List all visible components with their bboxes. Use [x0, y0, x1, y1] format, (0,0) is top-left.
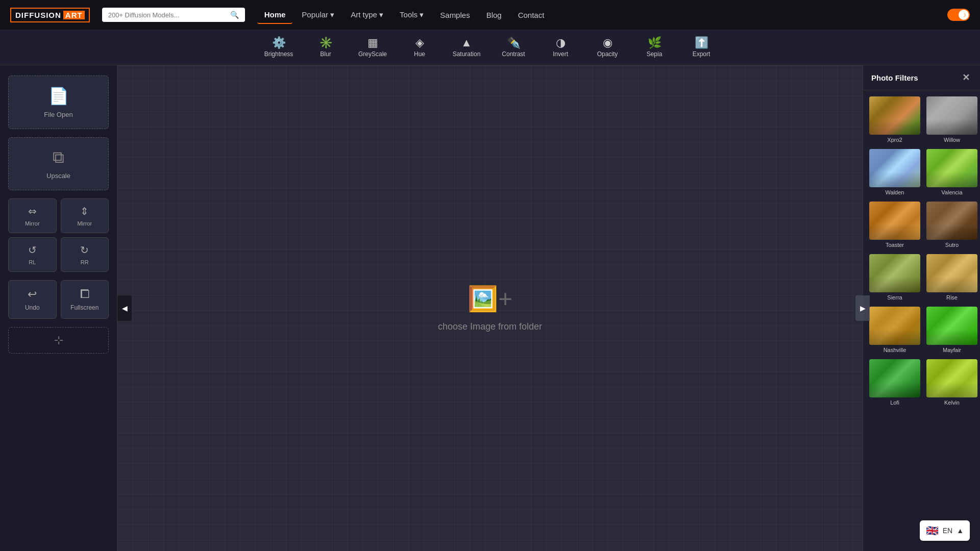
filter-willow[interactable]: Willow: [924, 94, 979, 145]
nav-samples[interactable]: Samples: [433, 7, 477, 23]
file-open-button[interactable]: 📄 File Open: [8, 76, 109, 129]
filters-close-button[interactable]: ✕: [960, 71, 972, 84]
filter-xpro2-thumb: [869, 96, 920, 135]
filter-xpro2[interactable]: Xpro2: [867, 94, 922, 145]
canvas-arrow-left[interactable]: ◀: [117, 295, 132, 321]
filter-toaster[interactable]: Toaster: [867, 199, 922, 250]
upscale-label: Upscale: [46, 172, 70, 180]
filter-lofi-label: Lofi: [890, 399, 899, 406]
toolbar-opacity[interactable]: ◉ Opacity: [592, 37, 623, 58]
contrast-icon: ✒️: [507, 37, 521, 48]
rr-label: RR: [81, 259, 89, 265]
nav-art-type[interactable]: Art type ▾: [344, 6, 390, 23]
sepia-icon: 🌿: [648, 37, 662, 48]
filter-mayfair-thumb: [926, 307, 977, 345]
filter-kelvin-label: Kelvin: [944, 399, 960, 406]
filters-title: Photo Filters: [871, 73, 918, 82]
fullscreen-button[interactable]: ⧠ Fullscreen: [61, 280, 109, 319]
nav-contact[interactable]: Contact: [511, 7, 552, 23]
filters-grid: Xpro2 Willow Walden Valencia Toaster Sut: [863, 90, 980, 412]
crop-button[interactable]: ⊹: [8, 327, 109, 354]
nav-tools[interactable]: Tools ▾: [393, 6, 431, 23]
opacity-label: Opacity: [597, 51, 618, 58]
filter-xpro2-label: Xpro2: [887, 137, 902, 143]
toolbar-saturation[interactable]: ▲ Saturation: [451, 37, 482, 58]
filter-sutro-label: Sutro: [945, 242, 959, 248]
top-navigation: DIFFUSION ART 🔍 Home Popular ▾ Art type …: [0, 0, 980, 30]
filter-kelvin[interactable]: Kelvin: [924, 357, 979, 408]
mirror-v-icon: ⇕: [80, 205, 89, 217]
mirror-v-label: Mirror: [77, 220, 92, 227]
search-bar[interactable]: 🔍: [102, 8, 245, 22]
contrast-label: Contrast: [502, 51, 525, 58]
opacity-icon: ◉: [603, 37, 612, 48]
filter-rise[interactable]: Rise: [924, 252, 979, 303]
toolbar-hue[interactable]: ◈ Hue: [404, 37, 435, 58]
rl-label: RL: [29, 259, 36, 265]
brightness-label: Brightness: [264, 51, 293, 58]
blur-icon: ✳️: [319, 37, 333, 48]
rotate-right-button[interactable]: ↻ RR: [61, 237, 109, 272]
toolbar-blur[interactable]: ✳️ Blur: [310, 37, 341, 58]
filter-valencia[interactable]: Valencia: [924, 147, 979, 197]
search-input[interactable]: [108, 11, 226, 19]
hue-label: Hue: [414, 51, 425, 58]
rotate-right-icon: ↻: [80, 244, 89, 256]
toolbar-sepia[interactable]: 🌿 Sepia: [639, 37, 670, 58]
export-label: Export: [693, 51, 710, 58]
toolbar-invert[interactable]: ◑ Invert: [545, 37, 576, 58]
language-selector[interactable]: 🇬🇧 EN ▲: [920, 520, 970, 541]
image-toolbar: ⚙️ Brightness ✳️ Blur ▦ GreyScale ◈ Hue …: [0, 30, 980, 65]
toolbar-contrast[interactable]: ✒️ Contrast: [498, 37, 529, 58]
filter-sierra-label: Sierra: [887, 294, 902, 300]
file-open-label: File Open: [44, 111, 72, 118]
export-icon: ⬆️: [695, 37, 708, 48]
undo-button[interactable]: ↩ Undo: [8, 280, 57, 319]
dark-mode-toggle[interactable]: ☽: [947, 9, 970, 21]
filter-walden[interactable]: Walden: [867, 147, 922, 197]
filter-nashville-thumb: [869, 307, 920, 345]
toolbar-greyscale[interactable]: ▦ GreyScale: [357, 37, 388, 58]
filter-sierra[interactable]: Sierra: [867, 252, 922, 303]
filter-kelvin-thumb: [926, 359, 977, 397]
filter-toaster-thumb: [869, 202, 920, 240]
canvas-placeholder-text: choose Image from folder: [438, 321, 542, 332]
filter-mayfair-label: Mayfair: [943, 347, 961, 353]
filter-willow-label: Willow: [944, 137, 960, 143]
invert-label: Invert: [553, 51, 568, 58]
filter-lofi-thumb: [869, 359, 920, 397]
filter-mayfair[interactable]: Mayfair: [924, 305, 979, 355]
filter-nashville[interactable]: Nashville: [867, 305, 922, 355]
filter-lofi[interactable]: Lofi: [867, 357, 922, 408]
invert-icon: ◑: [556, 37, 566, 48]
upscale-icon: ⧉: [53, 148, 64, 167]
toggle-knob: ☽: [959, 10, 969, 20]
nav-popular[interactable]: Popular ▾: [295, 6, 341, 23]
saturation-icon: ▲: [461, 37, 472, 48]
filters-header: Photo Filters ✕: [863, 65, 980, 90]
filter-sierra-thumb: [869, 254, 920, 292]
toolbar-export[interactable]: ⬆️ Export: [686, 37, 717, 58]
toolbar-brightness[interactable]: ⚙️ Brightness: [263, 37, 294, 58]
canvas-arrow-right[interactable]: ▶: [855, 295, 870, 321]
rotate-left-icon: ↺: [28, 244, 37, 256]
undo-label: Undo: [25, 304, 40, 311]
canvas-area[interactable]: ◀ 🖼️+ choose Image from folder ▶: [117, 65, 863, 551]
filter-toaster-label: Toaster: [886, 242, 904, 248]
nav-home[interactable]: Home: [257, 6, 293, 24]
filter-sutro[interactable]: Sutro: [924, 199, 979, 250]
file-icon: 📄: [48, 86, 69, 106]
upscale-button[interactable]: ⧉ Upscale: [8, 137, 109, 190]
blur-label: Blur: [320, 51, 331, 58]
nav-links: Home Popular ▾ Art type ▾ Tools ▾ Sample…: [257, 6, 935, 24]
language-code: EN: [943, 527, 952, 535]
mirror-v-button[interactable]: ⇕ Mirror: [61, 198, 109, 233]
action-grid: ↩ Undo ⧠ Fullscreen: [8, 280, 109, 319]
filter-walden-label: Walden: [886, 189, 904, 195]
filter-rise-thumb: [926, 254, 977, 292]
rotate-left-button[interactable]: ↺ RL: [8, 237, 57, 272]
mirror-h-button[interactable]: ⇔ Mirror: [8, 198, 57, 233]
nav-blog[interactable]: Blog: [479, 7, 509, 23]
logo[interactable]: DIFFUSION ART: [10, 8, 90, 22]
transform-grid: ⇔ Mirror ⇕ Mirror ↺ RL ↻ RR: [8, 198, 109, 272]
